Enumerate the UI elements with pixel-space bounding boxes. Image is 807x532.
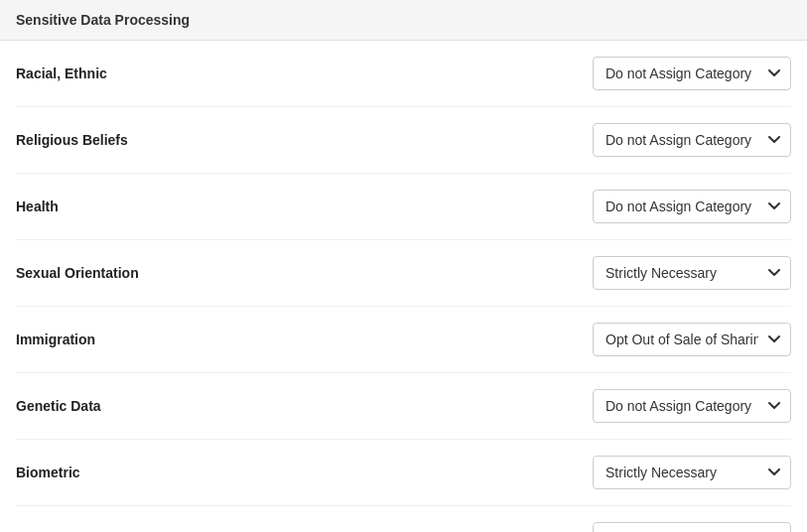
label-racial-ethnic: Racial, Ethnic: [16, 66, 593, 81]
select-wrapper-health: Do not Assign CategoryStrictly Necessary…: [593, 190, 791, 223]
table-row: Sexual OrientationDo not Assign Category…: [16, 240, 791, 307]
select-immigration[interactable]: Do not Assign CategoryStrictly Necessary…: [593, 323, 791, 356]
table-row: BiometricDo not Assign CategoryStrictly …: [16, 440, 791, 506]
select-wrapper-religious-beliefs: Do not Assign CategoryStrictly Necessary…: [593, 123, 791, 157]
select-biometric[interactable]: Do not Assign CategoryStrictly Necessary…: [593, 456, 791, 489]
table-row: GeolocationDo not Assign CategoryStrictl…: [16, 506, 791, 532]
table-row: Genetic DataDo not Assign CategoryStrict…: [16, 373, 791, 440]
page-title: Sensitive Data Processing: [0, 0, 807, 41]
table-row: ImmigrationDo not Assign CategoryStrictl…: [16, 307, 791, 373]
select-health[interactable]: Do not Assign CategoryStrictly Necessary…: [593, 190, 791, 223]
select-wrapper-genetic-data: Do not Assign CategoryStrictly Necessary…: [593, 389, 791, 423]
label-sexual-orientation: Sexual Orientation: [16, 265, 593, 281]
select-sexual-orientation[interactable]: Do not Assign CategoryStrictly Necessary…: [593, 256, 791, 290]
select-wrapper-geolocation: Do not Assign CategoryStrictly Necessary…: [593, 522, 791, 532]
select-wrapper-sexual-orientation: Do not Assign CategoryStrictly Necessary…: [593, 256, 791, 290]
label-health: Health: [16, 199, 593, 214]
label-biometric: Biometric: [16, 465, 593, 480]
select-racial-ethnic[interactable]: Do not Assign CategoryStrictly Necessary…: [593, 57, 791, 90]
sensitive-data-table: Racial, EthnicDo not Assign CategoryStri…: [0, 41, 807, 532]
label-genetic-data: Genetic Data: [16, 398, 593, 414]
label-immigration: Immigration: [16, 332, 593, 347]
select-wrapper-racial-ethnic: Do not Assign CategoryStrictly Necessary…: [593, 57, 791, 90]
table-row: Religious BeliefsDo not Assign CategoryS…: [16, 107, 791, 174]
select-geolocation[interactable]: Do not Assign CategoryStrictly Necessary…: [593, 522, 791, 532]
select-wrapper-immigration: Do not Assign CategoryStrictly Necessary…: [593, 323, 791, 356]
select-wrapper-biometric: Do not Assign CategoryStrictly Necessary…: [593, 456, 791, 489]
select-religious-beliefs[interactable]: Do not Assign CategoryStrictly Necessary…: [593, 123, 791, 157]
table-row: HealthDo not Assign CategoryStrictly Nec…: [16, 174, 791, 240]
select-genetic-data[interactable]: Do not Assign CategoryStrictly Necessary…: [593, 389, 791, 423]
table-row: Racial, EthnicDo not Assign CategoryStri…: [16, 41, 791, 107]
label-religious-beliefs: Religious Beliefs: [16, 132, 593, 148]
